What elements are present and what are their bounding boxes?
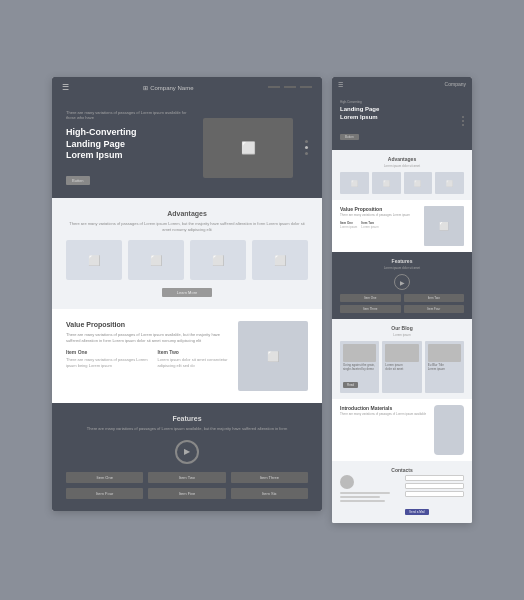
right-hero-content: High-Converting Landing PageLorem Ipsum …	[340, 100, 460, 143]
main-container: ☰ ⊞ Company Name There are many variatio…	[32, 57, 492, 543]
right-hero: High-Converting Landing PageLorem Ipsum …	[332, 92, 472, 151]
right-vi-1: Item One Lorem ipsum	[340, 221, 357, 229]
right-contacts-title: Contacts	[340, 467, 464, 473]
right-nav: ☰ Company	[332, 77, 472, 92]
form-field-2[interactable]	[405, 483, 464, 489]
adv-img-4: ⬜	[274, 255, 286, 266]
hamburger-icon[interactable]: ☰	[62, 83, 69, 92]
right-hero-btn[interactable]: Button	[340, 134, 359, 140]
right-blog-title: Our Blog	[340, 325, 464, 331]
right-intro: Introduction Materials There are many va…	[332, 399, 472, 461]
right-feat-sub: Lorem ipsum dolor sit amet	[340, 266, 464, 270]
r-dot-2	[462, 120, 464, 122]
dot-3	[305, 152, 308, 155]
right-contact-form: Send a Mail	[405, 475, 464, 517]
blog-text-1: Going against the grain,single-faceted b…	[343, 364, 376, 372]
hero-title: High-ConvertingLanding PageLorem Ipsum	[66, 127, 193, 162]
right-contacts: Contacts Send a Mail	[332, 461, 472, 523]
right-features: Features Lorem ipsum dolor sit amet ▶ It…	[332, 252, 472, 319]
blog-img-1	[343, 344, 376, 362]
features-subtitle: There are many variations of passages of…	[66, 426, 308, 432]
right-hero-row: High-Converting Landing PageLorem Ipsum …	[340, 100, 464, 143]
right-intro-title: Introduction Materials	[340, 405, 430, 411]
hero-button[interactable]: Button	[66, 176, 90, 185]
image-placeholder-icon: ⬜	[241, 141, 256, 155]
adv-img-3: ⬜	[212, 255, 224, 266]
contact-line-2	[340, 496, 380, 498]
wireframe-left: ☰ ⊞ Company Name There are many variatio…	[52, 77, 322, 511]
form-field-1[interactable]	[405, 475, 464, 481]
r-feat-btn-4[interactable]: Item Four	[404, 305, 465, 313]
item-1-name: Item One	[66, 349, 150, 355]
right-phone-mockup	[434, 405, 464, 455]
feature-btn-1[interactable]: Item One	[66, 472, 143, 483]
learn-more-button[interactable]: Learn More	[162, 288, 212, 297]
feature-btn-5[interactable]: Item Five	[148, 488, 225, 499]
right-hamburger-icon[interactable]: ☰	[338, 81, 343, 88]
dot-2	[305, 146, 308, 149]
right-blog: Our Blog Lorem ipsum Going against the g…	[332, 319, 472, 399]
right-vp-desc: There are many variations of passages Lo…	[340, 214, 418, 218]
advantages-subtitle: There are many variations of passages of…	[66, 221, 308, 232]
value-image-icon: ⬜	[267, 351, 279, 362]
right-features-btns: Item One Item Two Item Three Item Four	[340, 294, 464, 313]
right-intro-desc: There are many variations of passages of…	[340, 413, 430, 417]
form-field-3[interactable]	[405, 491, 464, 497]
hero-image: ⬜	[203, 118, 293, 178]
blog-img-2	[385, 344, 418, 362]
value-prop-desc: There are many variations of passages of…	[66, 332, 228, 343]
contact-avatar	[340, 475, 354, 489]
adv-img-1: ⬜	[88, 255, 100, 266]
right-adv-title: Advantages	[340, 156, 464, 162]
r-adv-1: ⬜	[340, 172, 369, 194]
right-adv-sub: Lorem ipsum dolor sit amet	[340, 164, 464, 168]
contact-form	[405, 475, 464, 497]
r-dot-1	[462, 116, 464, 118]
right-logo: Company	[445, 81, 466, 87]
feature-btn-4[interactable]: Item Four	[66, 488, 143, 499]
r-adv-2: ⬜	[372, 172, 401, 194]
contact-submit-btn[interactable]: Send a Mail	[405, 509, 429, 515]
value-prop-text: Value Proposition There are many variati…	[66, 321, 228, 368]
blog-card-1: Going against the grain,single-faceted b…	[340, 341, 379, 393]
right-vp-image: ⬜	[424, 206, 464, 246]
item-2-desc: Lorem ipsum dolor sit amet consectetur a…	[158, 357, 228, 367]
adv-card-3: ⬜	[190, 240, 246, 280]
right-hero-title: Landing PageLorem Ipsum	[340, 106, 460, 122]
r-feat-btn-1[interactable]: Item One	[340, 294, 401, 302]
feature-btn-3[interactable]: Item Three	[231, 472, 308, 483]
right-advantages: Advantages Lorem ipsum dolor sit amet ⬜ …	[332, 150, 472, 200]
play-button[interactable]: ▶	[175, 440, 199, 464]
r-feat-btn-3[interactable]: Item Three	[340, 305, 401, 313]
right-play-button[interactable]: ▶	[394, 274, 410, 290]
dot-1	[305, 140, 308, 143]
contact-line-3	[340, 500, 385, 502]
right-hero-dots	[462, 116, 464, 126]
feature-btn-6[interactable]: Item Six	[231, 488, 308, 499]
r-adv-3: ⬜	[404, 172, 433, 194]
left-value-prop: Value Proposition There are many variati…	[52, 309, 322, 403]
blog-btn-1[interactable]: Read	[343, 382, 358, 388]
r-feat-btn-2[interactable]: Item Two	[404, 294, 465, 302]
item-2-name: Item Two	[158, 349, 228, 355]
feature-btn-2[interactable]: Item Two	[148, 472, 225, 483]
blog-card-3: Eu Blur TitleLorem ipsum	[425, 341, 464, 393]
right-blog-sub: Lorem ipsum	[340, 333, 464, 337]
blog-text-3: Eu Blur TitleLorem ipsum	[428, 364, 461, 372]
right-intro-text: Introduction Materials There are many va…	[340, 405, 430, 455]
hero-small-text: There are many variations of passages of…	[66, 110, 193, 121]
right-feat-title: Features	[340, 258, 464, 264]
left-nav: ☰ ⊞ Company Name	[52, 77, 322, 98]
r-dot-3	[462, 124, 464, 126]
r-adv-4: ⬜	[435, 172, 464, 194]
right-contact-info	[340, 475, 399, 517]
right-play-area: ▶	[340, 274, 464, 290]
right-vp-text: Value Proposition There are many variati…	[340, 206, 418, 229]
item-1-desc: There are many variations of passages Lo…	[66, 357, 150, 367]
adv-card-4: ⬜	[252, 240, 308, 280]
value-item-1: Item One There are many variations of pa…	[66, 349, 150, 367]
advantages-title: Advantages	[66, 210, 308, 217]
left-logo: ⊞ Company Name	[143, 84, 193, 91]
right-vi-2: Item Two Lorem ipsum	[361, 221, 378, 229]
hero-dots	[305, 140, 308, 155]
